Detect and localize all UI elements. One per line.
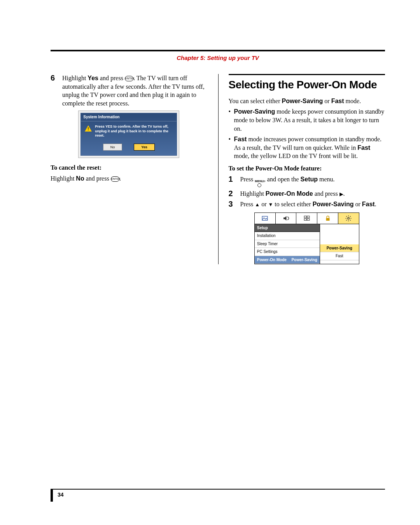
text: or [354,201,362,207]
right-column: Selecting the Power-On Mode You can sele… [218,74,385,264]
section-heading: Selecting the Power-On Mode [229,74,385,92]
no-button[interactable]: No [103,144,122,151]
step-number: 3 [229,200,236,209]
svg-rect-2 [304,216,306,218]
setup-label: Setup [301,176,318,183]
dialog-title: System Information [81,113,177,121]
fast-label: Fast [357,144,370,151]
text: mode, the yellow LED on the TV front wil… [234,153,358,159]
tab-setup-icon[interactable] [338,213,359,224]
text: You can select either [229,98,282,104]
power-saving-label: Power-Saving [282,98,323,104]
tab-picture-icon[interactable] [255,213,276,224]
intro-paragraph: You can select either Power-Saving or Fa… [229,97,385,105]
step-3: 3 Press ▲ or ▼ to select either Power-Sa… [229,200,385,209]
menu-row-sleep-timer[interactable]: Sleep Timer [255,240,320,248]
chevron-down-icon: ▼ [268,202,273,207]
menu-row-pc-settings[interactable]: PC Settings [255,248,320,256]
svg-line-15 [350,216,351,217]
chapter-rule [51,50,385,51]
menu-tab-row [255,213,359,224]
text: and press [98,75,125,81]
chevron-right-icon: ▶ [340,191,343,197]
left-column: 6 Highlight Yes and press ENTER. The TV … [51,74,207,264]
svg-marker-1 [284,216,287,221]
menu-row-power-on-mode[interactable]: Power-On Mode Power-Saving [255,256,320,264]
tab-lock-icon[interactable] [317,213,338,224]
power-saving-label: Power-Saving [313,201,354,207]
step-body: Highlight Yes and press ENTER. The TV wi… [62,74,207,107]
text: or [323,98,331,104]
option-power-saving[interactable]: Power-Saving [320,244,359,253]
dialog-buttons: No Yes [85,144,173,151]
text: to select either [273,201,312,207]
cancel-reset-heading: To cancel the reset: [51,163,207,172]
chevron-up-icon: ▲ [255,202,260,207]
menu-row-installation[interactable]: Installation [255,232,320,240]
step-6: 6 Highlight Yes and press ENTER. The TV … [51,74,207,107]
text: mode. [344,98,361,104]
text: . [343,190,345,197]
fast-label: Fast [362,201,375,207]
step-body: Highlight Power-On Mode and press ▶. [240,190,345,198]
row-value: Power-Saving [292,257,317,263]
svg-line-14 [346,220,347,221]
cancel-reset-body: Highlight No and press ENTER. [51,174,207,183]
menu-right-pane: Power-Saving Fast [320,224,359,264]
setup-menu: Setup Installation Sleep Timer PC Settin… [254,212,359,265]
footer-rule [51,489,385,490]
text: . [375,201,376,207]
text: Highlight [240,190,266,197]
step-number: 2 [229,190,236,198]
text: Press [240,176,255,183]
text: or [260,201,268,207]
svg-rect-4 [304,218,306,220]
yes-label: Yes [88,75,98,81]
no-label: No [76,175,84,182]
svg-line-13 [350,220,351,221]
step-number: 6 [51,74,58,107]
text: menu. [318,176,335,183]
svg-rect-6 [326,218,329,221]
fast-label: Fast [331,98,344,104]
step-body: Press MENU, and open the Setup menu. [240,175,335,187]
step-2: 2 Highlight Power-On Mode and press ▶. [229,190,385,198]
svg-line-12 [346,216,347,217]
dialog-body: Press YES to confirm. After the TV turns… [81,121,177,155]
text: Press [240,201,255,207]
bullet-power-saving: Power-Saving mode keeps power consumptio… [229,107,385,133]
text: Highlight [51,175,76,182]
chapter-title: Chapter 5: Setting up your TV [51,54,385,61]
yes-button[interactable]: Yes [134,144,155,151]
tab-audio-icon[interactable] [276,213,297,224]
row-label: Power-On Mode [257,257,287,263]
step-body: Press ▲ or ▼ to select either Power-Savi… [240,200,376,209]
enter-icon: ENTER [111,176,119,182]
mode-bullets: Power-Saving mode keeps power consumptio… [229,107,385,160]
menu-left-pane: Setup Installation Sleep Timer PC Settin… [255,224,320,264]
svg-rect-3 [307,216,309,218]
power-on-mode-label: Power-On Mode [266,190,313,197]
power-saving-label: Power-Saving [234,108,275,115]
text: and press [313,190,340,197]
menu-body: Setup Installation Sleep Timer PC Settin… [255,224,359,264]
option-fast[interactable]: Fast [320,252,359,260]
menu-section-title: Setup [255,224,320,232]
tab-apps-icon[interactable] [296,213,317,224]
step-1: 1 Press MENU, and open the Setup menu. [229,175,385,187]
text: and press [84,175,111,182]
spacer [320,224,359,244]
two-column-layout: 6 Highlight Yes and press ENTER. The TV … [51,74,385,264]
text: , and open the [264,176,301,183]
enter-icon: ENTER [125,76,133,81]
system-information-dialog: System Information Press YES to confirm.… [78,111,179,158]
text: Highlight [62,75,88,81]
fast-label: Fast [234,136,247,142]
dialog-message: Press YES to confirm. After the TV turns… [95,125,173,138]
bullet-fast: Fast mode increases power consumption in… [229,135,385,160]
text: . [119,175,121,182]
step-number: 1 [229,175,236,187]
to-set-heading: To set the Power-On Mode feature: [229,164,385,173]
svg-point-7 [348,217,350,219]
warning-icon [85,125,92,132]
